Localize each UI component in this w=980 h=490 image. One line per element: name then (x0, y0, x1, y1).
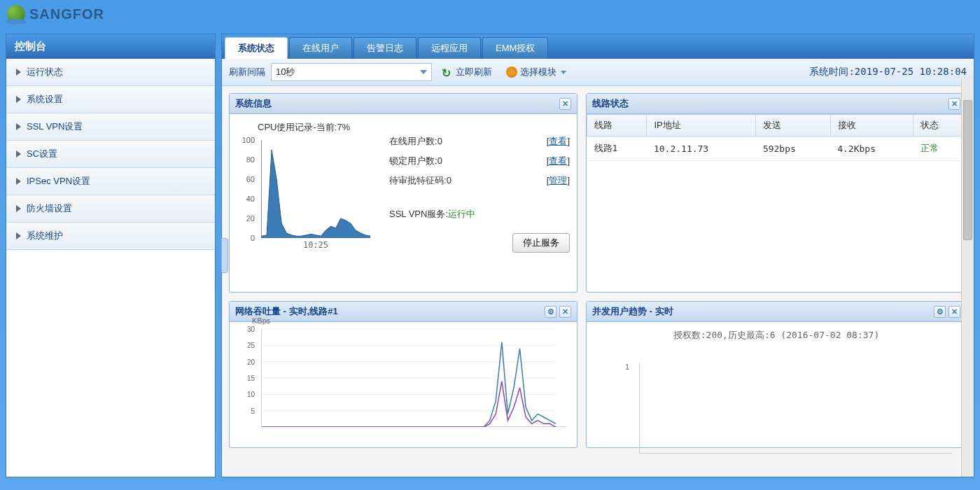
stop-service-button[interactable]: 停止服务 (512, 233, 570, 253)
sidebar-item-6[interactable]: 系统维护 (6, 223, 215, 250)
system-time: 系统时间:2019-07-25 10:28:04 (809, 66, 967, 78)
main-container: 控制台 运行状态系统设置SSL VPN设置SC设置IPSec VPN设置防火墙设… (0, 28, 980, 483)
view-online-users-link[interactable]: 查看 (549, 136, 567, 146)
y-tick: 0 (251, 234, 255, 242)
toolbar: 刷新间隔 10秒 立即刷新 选择模块 系统时间:2019-07-25 10:28… (222, 59, 974, 86)
online-users-label: 在线用户数: (389, 136, 438, 146)
refresh-icon (442, 66, 453, 78)
throughput-chart: KBps 51015202530 (258, 329, 570, 434)
y-tick: 20 (247, 358, 255, 365)
sidebar-collapse-handle[interactable] (221, 238, 228, 273)
gear-icon[interactable]: ⚙ (934, 306, 946, 318)
throughput-plot-area (261, 329, 566, 427)
sidebar-item-label: 防火墙设置 (27, 202, 72, 215)
chevron-down-icon (561, 71, 566, 74)
table-header: 发送 (756, 115, 830, 136)
select-module-button[interactable]: 选择模块 (502, 64, 570, 80)
y-tick: 20 (246, 214, 255, 223)
y-tick: 30 (247, 326, 255, 333)
select-module-label: 选择模块 (520, 66, 556, 78)
online-users-value: 0 (438, 136, 442, 146)
locked-users-value: 0 (438, 155, 442, 166)
panel-body: KBps 51015202530 (230, 322, 577, 447)
panel-title: 线路状态 (592, 97, 629, 110)
sidebar-item-1[interactable]: 系统设置 (6, 86, 215, 113)
refresh-interval-value: 10秒 (276, 66, 295, 78)
pending-codes-label: 待审批特征码: (389, 175, 447, 186)
scrollbar[interactable] (961, 79, 974, 477)
panel-body: 授权数:200,历史最高:6 (2016-07-02 08:37) 1 (587, 322, 966, 461)
refresh-now-button[interactable]: 立即刷新 (438, 64, 496, 80)
refresh-interval-select[interactable]: 10秒 (271, 63, 432, 81)
panel-body: CPU使用记录-当前:7% 020406080100 10:25 (230, 114, 577, 292)
panel-header: 系统信息 ✕ (230, 94, 577, 114)
close-icon[interactable]: ✕ (948, 98, 960, 110)
sidebar-item-5[interactable]: 防火墙设置 (6, 195, 215, 223)
table-header: 状态 (913, 115, 966, 136)
system-info-rows: 在线用户数:0 [查看] 锁定用户数:0 [查看] 待审批特征码:0 [管理] (389, 135, 570, 253)
y-tick: 25 (247, 342, 255, 349)
y-tick: 10 (247, 391, 255, 398)
close-icon[interactable]: ✕ (559, 98, 571, 110)
panel-title: 网络吞吐量 - 实时,线路#1 (235, 305, 338, 318)
table-header: 接收 (830, 115, 913, 136)
chevron-down-icon (420, 70, 427, 74)
dashboard-body: 系统信息 ✕ CPU使用记录-当前:7% 020406080100 (222, 86, 974, 477)
close-icon[interactable]: ✕ (559, 306, 571, 318)
y-tick: 5 (251, 407, 255, 414)
sidebar-item-3[interactable]: SC设置 (6, 141, 215, 168)
panel-header: 并发用户趋势 - 实时 ⚙ ✕ (587, 302, 966, 322)
locked-users-label: 锁定用户数: (389, 155, 438, 166)
sidebar-item-2[interactable]: SSL VPN设置 (6, 113, 215, 141)
time-label: 系统时间: (809, 66, 854, 77)
app-header: SANGFOR (0, 0, 980, 28)
sidebar-item-0[interactable]: 运行状态 (6, 59, 215, 86)
panel-user-trend: 并发用户趋势 - 实时 ⚙ ✕ 授权数:200,历史最高:6 (2016-07-… (586, 301, 967, 448)
user-trend-chart: 1 (629, 349, 959, 454)
triangle-right-icon (16, 150, 21, 158)
tab-0[interactable]: 系统状态 (225, 37, 288, 59)
triangle-right-icon (16, 178, 21, 185)
panel-line-status: 线路状态 ✕ 线路IP地址发送接收状态 线路110.2.11.73592bps4… (586, 93, 967, 293)
tab-2[interactable]: 告警日志 (354, 37, 416, 59)
tab-bar: 系统状态在线用户告警日志远程应用EMM授权 (222, 34, 974, 59)
view-locked-users-link[interactable]: 查看 (549, 155, 567, 166)
close-icon[interactable]: ✕ (948, 306, 960, 318)
line-status-table: 线路IP地址发送接收状态 线路110.2.11.73592bps4.2Kbps正… (587, 114, 966, 161)
sidebar-item-4[interactable]: IPSec VPN设置 (6, 168, 215, 195)
triangle-right-icon (16, 69, 21, 76)
triangle-right-icon (16, 205, 21, 212)
sidebar: 控制台 运行状态系统设置SSL VPN设置SC设置IPSec VPN设置防火墙设… (6, 34, 216, 477)
sidebar-item-label: SSL VPN设置 (27, 120, 83, 133)
triangle-right-icon (16, 232, 21, 239)
panel-header: 线路状态 ✕ (587, 94, 966, 114)
panel-system-info: 系统信息 ✕ CPU使用记录-当前:7% 020406080100 (229, 93, 578, 293)
logo-text: SANGFOR (29, 6, 104, 22)
table-row[interactable]: 线路110.2.11.73592bps4.2Kbps正常 (587, 136, 966, 161)
sidebar-item-label: 运行状态 (27, 66, 63, 78)
panel-body: 线路IP地址发送接收状态 线路110.2.11.73592bps4.2Kbps正… (587, 114, 966, 292)
gear-icon[interactable]: ⚙ (545, 306, 556, 318)
panel-throughput: 网络吞吐量 - 实时,线路#1 ⚙ ✕ KBps 51015202530 (229, 301, 578, 448)
dashboard-row-2: 网络吞吐量 - 实时,线路#1 ⚙ ✕ KBps 51015202530 (229, 301, 967, 448)
tab-4[interactable]: EMM授权 (482, 37, 548, 59)
sidebar-item-label: 系统设置 (27, 93, 63, 106)
panel-header: 网络吞吐量 - 实时,线路#1 ⚙ ✕ (230, 302, 577, 322)
tab-1[interactable]: 在线用户 (289, 37, 352, 59)
dashboard-row-1: 系统信息 ✕ CPU使用记录-当前:7% 020406080100 (229, 93, 967, 293)
triangle-right-icon (16, 123, 21, 130)
user-trend-subtitle: 授权数:200,历史最高:6 (2016-07-02 08:37) (594, 329, 959, 342)
logo-icon (7, 5, 25, 23)
sidebar-title: 控制台 (6, 34, 215, 59)
tab-3[interactable]: 远程应用 (418, 37, 481, 59)
content-area: 系统状态在线用户告警日志远程应用EMM授权 刷新间隔 10秒 立即刷新 选择模块… (221, 34, 974, 477)
logo: SANGFOR (7, 5, 104, 23)
table-header: 线路 (587, 115, 647, 136)
cpu-label-prefix: CPU使用记录-当前: (258, 122, 337, 132)
refresh-interval-label: 刷新间隔 (229, 66, 265, 78)
user-trend-plot-area (639, 363, 952, 454)
pending-codes-value: 0 (447, 175, 451, 186)
manage-codes-link[interactable]: 管理 (549, 175, 567, 186)
scroll-thumb[interactable] (963, 100, 972, 240)
y-tick: 80 (246, 155, 255, 164)
